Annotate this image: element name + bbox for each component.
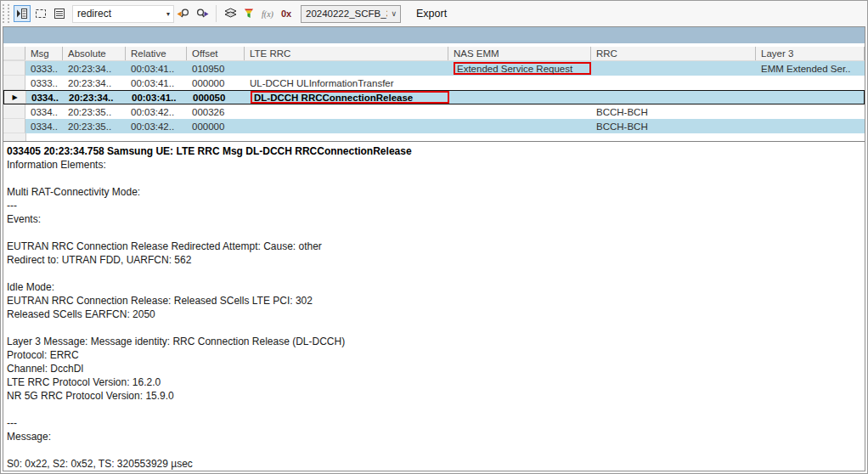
detail-body: Information Elements:Multi RAT-Connectiv… xyxy=(7,158,861,471)
cell-absolute: 20:23:35.. xyxy=(63,104,126,119)
detail-line: EUTRAN RRC Connection Release Redirected… xyxy=(7,240,861,253)
log-file-selector[interactable]: 20240222_SCFB_3G_S ∨ xyxy=(301,5,401,23)
column-header-offset[interactable]: Offset xyxy=(187,47,245,60)
chevron-down-icon[interactable]: ∨ xyxy=(387,9,400,18)
frame-icon xyxy=(34,7,48,20)
log-row-1[interactable]: 0333.. 20:23:34.. 00:03:41.. 010950 Exte… xyxy=(3,61,865,76)
detail-line: Events: xyxy=(7,212,861,226)
pane-arrow-icon xyxy=(15,7,29,20)
column-header-nas-emm[interactable]: NAS EMM xyxy=(448,47,591,60)
cell-relative: 00:03:42.. xyxy=(126,119,187,133)
cell-relative: 00:03:42.. xyxy=(126,104,187,119)
log-row-4[interactable]: 0334.. 20:23:35.. 00:03:42.. 000326 BCCH… xyxy=(3,104,865,119)
log-row-3-selected[interactable]: ▶ 0334.. 20:23:34.. 00:03:41.. 000050 DL… xyxy=(3,90,865,104)
cell-nas-emm xyxy=(448,104,591,119)
search-forward-icon xyxy=(176,7,191,20)
list-view-button[interactable] xyxy=(51,5,68,22)
toggle-detail-pane-button[interactable] xyxy=(14,5,31,22)
main-toolbar: redirect ▾ xyxy=(1,1,867,26)
log-analyzer-window: redirect ▾ xyxy=(0,0,868,474)
frame-view-button[interactable] xyxy=(32,5,49,22)
row-gutter-selected-marker: ▶ xyxy=(4,91,26,104)
column-header-rrc[interactable]: RRC xyxy=(591,47,756,60)
find-next-button[interactable] xyxy=(175,5,192,22)
cell-msg: 0334.. xyxy=(25,104,63,119)
cell-lte-rrc xyxy=(245,61,448,76)
cell-rrc: BCCH-BCH xyxy=(591,104,756,119)
detail-line: LTE RRC Protocol Version: 16.2.0 xyxy=(7,375,861,389)
detail-line: NR 5G RRC Protocol Version: 15.9.0 xyxy=(7,389,861,403)
cell-lte-rrc: UL-DCCH ULInformationTransfer xyxy=(245,76,448,90)
detail-title: 033405 20:23:34.758 Samsung UE: LTE RRC … xyxy=(7,144,861,158)
search-back-icon xyxy=(194,7,210,20)
detail-line: Message: xyxy=(7,430,861,443)
chevron-down-icon[interactable]: ▾ xyxy=(163,10,173,18)
column-header-layer3[interactable]: Layer 3 xyxy=(756,47,865,60)
cell-relative: 00:03:41.. xyxy=(126,76,187,90)
cell-absolute: 20:23:34.. xyxy=(63,61,126,76)
detail-line: --- xyxy=(7,416,861,430)
cell-absolute: 20:23:34.. xyxy=(63,76,126,90)
detail-line xyxy=(7,403,861,416)
column-header-absolute[interactable]: Absolute xyxy=(63,47,126,60)
cell-absolute: 20:23:35.. xyxy=(63,119,126,133)
detail-line xyxy=(7,172,861,185)
log-file-name: 20240222_SCFB_3G_S xyxy=(306,8,387,19)
search-filter-combobox[interactable]: redirect ▾ xyxy=(72,5,174,23)
detail-line: Multi RAT-Connectivity Mode: xyxy=(7,185,861,199)
row-gutter xyxy=(3,61,25,76)
detail-line: Released SCells EARFCN: 2050 xyxy=(7,308,861,321)
list-icon xyxy=(53,7,66,20)
log-row-2[interactable]: 0333.. 20:23:34.. 00:03:41.. 000000 UL-D… xyxy=(3,76,865,90)
detail-pane[interactable]: 033405 20:23:34.758 Samsung UE: LTE RRC … xyxy=(3,142,865,471)
cell-msg: 0333.. xyxy=(25,61,63,76)
layers-icon xyxy=(223,7,238,20)
cell-layer3 xyxy=(756,119,865,133)
cell-offset: 000000 xyxy=(187,76,245,90)
cell-lte-rrc xyxy=(245,104,448,119)
function-display-button[interactable]: f(x) xyxy=(259,5,276,22)
toolbar-grip[interactable] xyxy=(3,4,9,23)
message-grid: Msg Absolute Relative Offset LTE RRC NAS… xyxy=(3,47,865,141)
column-header-msg[interactable]: Msg xyxy=(25,47,63,60)
detail-line xyxy=(7,267,861,280)
detail-line: S0: 0x22, S2: 0x52, TS: 320553929 µsec xyxy=(7,457,861,471)
cell-msg: 0333.. xyxy=(25,76,63,90)
filter-funnel-button[interactable] xyxy=(240,5,257,22)
detail-line: EUTRAN RRC Connection Release: Released … xyxy=(7,294,861,308)
gutter-header xyxy=(3,47,25,60)
export-button[interactable]: Export xyxy=(411,6,452,21)
cell-offset: 000000 xyxy=(187,119,245,133)
hex-display-button[interactable]: 0x xyxy=(278,5,295,22)
layers-button[interactable] xyxy=(222,5,239,22)
cell-layer3 xyxy=(756,76,865,90)
detail-line: Idle Mode: xyxy=(7,280,861,294)
detail-line xyxy=(7,321,861,335)
column-header-lte-rrc[interactable]: LTE RRC xyxy=(245,47,448,60)
cell-offset: 000326 xyxy=(187,104,245,119)
cell-msg: 0334.. xyxy=(26,91,64,104)
detail-line: Channel: DcchDl xyxy=(7,362,861,375)
cell-nas-emm xyxy=(448,76,591,90)
cell-layer3 xyxy=(757,91,864,104)
cell-absolute: 20:23:34.. xyxy=(64,91,127,104)
cell-nas-emm xyxy=(449,91,592,104)
funnel-icon xyxy=(243,7,255,20)
detail-line xyxy=(7,226,861,240)
cell-lte-rrc xyxy=(245,119,448,133)
search-filter-value: redirect xyxy=(77,8,163,20)
detail-line: Layer 3 Message: Message identity: RRC C… xyxy=(7,335,861,348)
detail-line: Redirect to: UTRAN FDD, UARFCN: 562 xyxy=(7,253,861,267)
cell-rrc xyxy=(592,91,757,104)
find-previous-button[interactable] xyxy=(194,5,211,22)
content-panel: Msg Absolute Relative Offset LTE RRC NAS… xyxy=(3,26,865,471)
cell-relative: 00:03:41.. xyxy=(126,61,187,76)
cell-lte-rrc: DL-DCCH RRCConnectionRelease xyxy=(245,91,449,104)
row-gutter xyxy=(3,76,25,90)
detail-line: Protocol: ERRC xyxy=(7,348,861,362)
log-row-5[interactable]: 0334.. 20:23:35.. 00:03:42.. 000000 BCCH… xyxy=(3,119,865,133)
detail-line: --- xyxy=(7,199,861,212)
cell-rrc xyxy=(591,61,756,76)
column-header-relative[interactable]: Relative xyxy=(126,47,187,60)
grid-footer xyxy=(3,133,865,141)
